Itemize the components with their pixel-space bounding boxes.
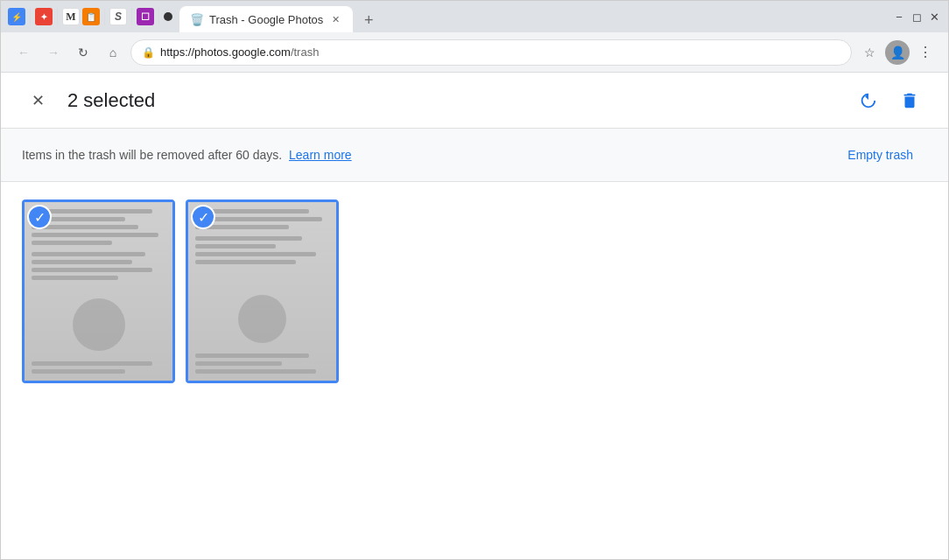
extension-icon-7[interactable]	[164, 12, 172, 21]
url-domain: https://photos.google.com	[160, 46, 291, 59]
check-badge-1: ✓	[27, 205, 52, 229]
back-button[interactable]: ←	[11, 40, 36, 65]
divider	[104, 8, 105, 25]
close-button[interactable]: ✕	[927, 10, 941, 24]
delete-icon	[900, 91, 919, 110]
address-actions: ☆ 👤 ⋮	[857, 40, 938, 65]
delete-permanently-button[interactable]	[892, 83, 927, 118]
extension-icon-1[interactable]: ⚡	[8, 8, 25, 25]
empty-trash-button[interactable]: Empty trash	[833, 141, 927, 169]
divider	[57, 8, 58, 25]
active-tab[interactable]: 🗑️ Trash - Google Photos ✕	[179, 6, 353, 32]
selection-toolbar: ✕ 2 selected	[1, 73, 948, 129]
extension-icon-5[interactable]: S	[109, 8, 127, 25]
minimize-button[interactable]: −	[892, 10, 906, 24]
extension-icon-2[interactable]: ✦	[35, 8, 53, 25]
url-path: /trash	[291, 46, 320, 59]
learn-more-link[interactable]: Learn more	[289, 148, 352, 162]
address-bar: ← → ↻ ⌂ 🔒 https://photos.google.com/tras…	[1, 32, 948, 73]
browser-menu-button[interactable]: ⋮	[913, 40, 938, 65]
bookmark-button[interactable]: ☆	[857, 40, 882, 65]
new-tab-button[interactable]: +	[356, 8, 381, 32]
reload-button[interactable]: ↻	[71, 40, 95, 65]
deselect-button[interactable]: ✕	[22, 85, 53, 116]
check-icon-1: ✓	[34, 209, 46, 226]
maximize-button[interactable]: ◻	[910, 10, 924, 24]
url-bar[interactable]: 🔒 https://photos.google.com/trash	[130, 39, 852, 66]
divider	[131, 8, 132, 25]
lock-icon: 🔒	[142, 46, 155, 59]
restore-button[interactable]	[850, 83, 885, 118]
divider	[158, 8, 159, 25]
tab-title: Trash - Google Photos	[209, 13, 323, 26]
page-content: ✕ 2 selected Items in the tras	[1, 73, 948, 559]
photos-grid: ✓	[1, 182, 948, 401]
extension-icon-3[interactable]: M	[62, 8, 80, 25]
toolbar-actions	[850, 83, 927, 118]
check-icon-2: ✓	[198, 209, 209, 226]
notice-message: Items in the trash will be removed after…	[22, 148, 282, 162]
restore-icon	[858, 91, 877, 110]
forward-button[interactable]: →	[41, 40, 66, 65]
browser-window: ⚡ ✦ M 📋 S ☐ 🗑️ Trash - Google Photos ✕ +…	[0, 0, 949, 560]
photo-item-2[interactable]: ✓	[186, 200, 339, 383]
tab-close-button[interactable]: ✕	[328, 12, 342, 26]
trash-notice-banner: Items in the trash will be removed after…	[1, 129, 948, 182]
extension-icon-4[interactable]: 📋	[82, 8, 100, 25]
profile-icon: 👤	[890, 46, 905, 60]
extension-icon-6[interactable]: ☐	[137, 8, 154, 25]
selected-count-label: 2 selected	[67, 89, 155, 112]
divider	[30, 8, 31, 25]
photo-item-1[interactable]: ✓	[22, 200, 175, 383]
url-text: https://photos.google.com/trash	[160, 46, 840, 59]
trash-notice-text: Items in the trash will be removed after…	[22, 148, 352, 162]
check-badge-2: ✓	[191, 205, 215, 229]
profile-button[interactable]: 👤	[885, 40, 910, 65]
home-button[interactable]: ⌂	[101, 40, 125, 65]
tab-favicon: 🗑️	[190, 13, 204, 26]
